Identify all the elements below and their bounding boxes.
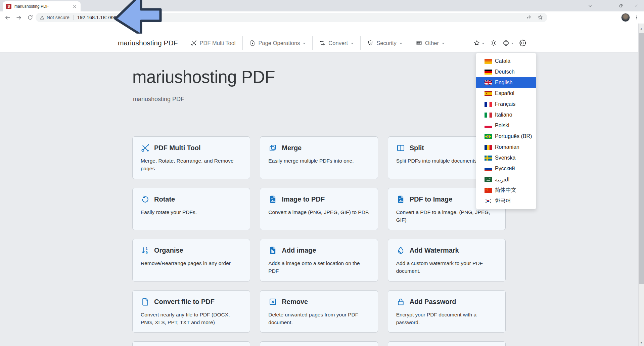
card-description: Convert nearly any file to PDF (DOCX, PN… [141,311,242,327]
nav-item-security[interactable]: Security [360,36,409,50]
share-icon[interactable] [526,14,532,20]
france-flag-icon [485,102,492,107]
language-item[interactable]: العربية [476,174,536,185]
scroll-up-button[interactable]: ▲ [639,26,644,32]
tool-card-rotate[interactable]: Rotate Easily rotate your PDFs. [132,188,250,230]
rotate-icon [141,195,150,204]
close-window-button[interactable] [629,0,644,11]
language-item[interactable]: Català [476,56,536,67]
x-square-icon [268,297,277,306]
droplet-icon [396,246,405,255]
lock-icon [396,297,405,306]
tool-card-convert-file-to-pdf[interactable]: Convert file to PDF Convert nearly any f… [132,290,250,333]
gear-button[interactable] [519,40,526,46]
nav-item-page-operations[interactable]: Page Operations [242,36,313,50]
card-description: Convert a PDF to a image. (PNG, JPEG, GI… [396,208,497,224]
tool-card-pdf-multi-tool[interactable]: PDF Multi Tool Merge, Rotate, Rearrange,… [132,136,250,179]
tool-card-add-watermark[interactable]: Add Watermark Add a custom watermark to … [388,239,506,282]
tool-card-remove-password[interactable]: Remove Password [132,341,250,346]
card-title: Convert file to PDF [154,298,215,306]
image-file-icon [268,195,277,204]
card-title: PDF Multi Tool [154,144,201,152]
tool-card-organise[interactable]: 19 Organise Remove/Rearrange pages in an… [132,239,250,282]
tool-card-add-password[interactable]: Add Password Encrypt your PDF document w… [388,290,506,333]
merge-icon [268,143,277,153]
chevron-down-icon [442,43,445,44]
language-item[interactable]: 한국어 [476,196,536,206]
language-item[interactable]: Português (BR) [476,131,536,142]
avatar[interactable] [621,13,630,22]
tab-strip: S mariushosting PDF [0,0,644,11]
tool-card-remove[interactable]: Remove Delete unwanted pages from your P… [260,290,378,333]
language-item[interactable]: Polski [476,120,536,131]
bookmark-star-icon[interactable] [537,14,543,20]
minimize-button[interactable] [598,0,613,11]
globe-icon [503,40,509,46]
svg-text:1: 1 [146,247,148,251]
tool-card-merge[interactable]: Merge Easily merge multiple PDFs into on… [260,136,378,179]
globe-button[interactable] [503,40,514,46]
site-navbar: mariushosting PDF PDF Multi Tool Page Op… [0,24,644,53]
star-button[interactable] [473,40,485,46]
language-item[interactable]: Svenska [476,153,536,163]
page-content: mariushosting PDF PDF Multi Tool Page Op… [0,24,644,346]
catalonia-flag-icon [485,59,492,64]
language-item[interactable]: Romanian [476,142,536,153]
card-description: Encrypt your PDF document with a passwor… [396,311,497,327]
tool-card-image-to-pdf[interactable]: Image to PDF Convert a image (PNG, JPEG,… [260,188,378,230]
language-label: English [495,80,512,86]
language-label: Deutsch [495,69,515,75]
language-dropdown: Català Deutsch English Español Français … [476,53,536,209]
romania-flag-icon [485,145,492,150]
scroll-down-button[interactable]: ▼ [639,340,644,346]
language-label: 한국어 [495,198,511,205]
card-title: PDF to Image [410,196,453,203]
language-item[interactable]: 简体中文 [476,185,536,196]
page-scrollbar[interactable]: ▲ ▼ [638,24,644,346]
language-item[interactable]: Italiano [476,110,536,120]
sun-button[interactable] [490,40,497,46]
omnibox-divider [73,15,74,20]
url-text: 192.168.1.18:7890 [77,15,118,20]
language-item[interactable]: Deutsch [476,67,536,77]
language-item[interactable]: Français [476,99,536,110]
nav-item-other[interactable]: Other [409,36,451,50]
language-label: 简体中文 [495,187,516,194]
card-description: Adds a image onto a set location on the … [268,259,369,275]
forward-button[interactable] [14,13,24,22]
nav-menu-label: Convert [328,40,348,46]
tool-card-change-metadata[interactable]: Change Metadata [388,341,506,346]
arrows-lr-icon [319,40,325,46]
language-item[interactable]: Русский [476,163,536,174]
omnibox[interactable]: Not secure 192.168.1.18:7890 [36,13,547,22]
navbar-brand[interactable]: mariushosting PDF [118,39,178,47]
tools-icon [191,40,197,46]
tab-search-chevron-icon[interactable] [582,0,598,11]
nav-item-convert[interactable]: Convert [312,36,360,50]
restore-button[interactable] [613,0,629,11]
nav-menu-label: Security [376,40,397,46]
card-title: Organise [154,247,183,254]
card-title: Add image [282,247,316,254]
tab-close-icon[interactable] [72,4,77,9]
back-button[interactable] [3,13,12,22]
not-secure-badge[interactable]: Not secure [40,15,70,20]
language-label: العربية [495,176,510,183]
tool-card-compress[interactable]: Compress [260,341,378,346]
menu-kebab-icon[interactable] [633,13,641,22]
language-item[interactable]: English [476,77,536,88]
chevron-down-icon [303,43,306,44]
nav-item-pdf-multi-tool[interactable]: PDF Multi Tool [184,36,242,50]
card-title: Split [410,144,424,152]
language-item[interactable]: Español [476,88,536,99]
poland-flag-icon [485,123,492,128]
tool-card-add-image[interactable]: Add image Adds a image onto a set locati… [260,239,378,282]
card-description: Delete unwanted pages from your PDF docu… [268,311,369,327]
card-description: Convert a image (PNG, JPEG, GIF) to PDF. [268,208,369,216]
russia-flag-icon [485,166,492,171]
reload-button[interactable] [26,13,35,22]
scrollbar-thumb[interactable] [639,33,644,284]
card-description: Remove/Rearrange pages in any order [141,259,242,267]
browser-tab[interactable]: S mariushosting PDF [3,1,81,11]
language-label: Català [495,58,510,64]
